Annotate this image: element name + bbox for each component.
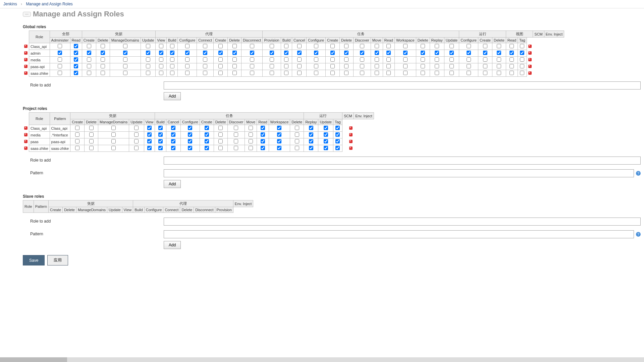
perm-checkbox[interactable] xyxy=(101,71,105,75)
perm-checkbox[interactable] xyxy=(123,44,127,48)
perm-checkbox[interactable] xyxy=(375,44,379,48)
perm-checkbox[interactable] xyxy=(261,132,265,137)
perm-checkbox[interactable] xyxy=(74,51,78,55)
perm-checkbox[interactable] xyxy=(111,132,116,137)
perm-checkbox[interactable] xyxy=(360,51,364,55)
perm-checkbox[interactable] xyxy=(360,71,364,75)
delete-icon[interactable] xyxy=(528,58,532,61)
perm-checkbox[interactable] xyxy=(421,51,425,55)
perm-checkbox[interactable] xyxy=(297,71,302,75)
perm-checkbox[interactable] xyxy=(87,51,91,55)
perm-checkbox[interactable] xyxy=(134,132,139,137)
perm-checkbox[interactable] xyxy=(520,57,524,62)
perm-checkbox[interactable] xyxy=(295,139,299,143)
perm-checkbox[interactable] xyxy=(101,51,105,55)
perm-checkbox[interactable] xyxy=(87,57,91,62)
perm-checkbox[interactable] xyxy=(101,57,105,62)
perm-checkbox[interactable] xyxy=(314,64,318,68)
perm-checkbox[interactable] xyxy=(89,132,94,137)
perm-checkbox[interactable] xyxy=(159,57,163,62)
perm-checkbox[interactable] xyxy=(330,71,335,75)
perm-checkbox[interactable] xyxy=(403,64,408,68)
perm-checkbox[interactable] xyxy=(375,71,379,75)
breadcrumb-page[interactable]: Manage and Assign Roles xyxy=(26,2,72,6)
perm-checkbox[interactable] xyxy=(344,51,348,55)
perm-checkbox[interactable] xyxy=(170,71,174,75)
perm-checkbox[interactable] xyxy=(449,44,454,48)
perm-checkbox[interactable] xyxy=(134,146,139,150)
perm-checkbox[interactable] xyxy=(314,57,318,62)
delete-icon[interactable] xyxy=(528,51,532,55)
perm-checkbox[interactable] xyxy=(509,57,514,62)
delete-icon[interactable] xyxy=(24,58,28,61)
perm-checkbox[interactable] xyxy=(509,71,514,75)
perm-checkbox[interactable] xyxy=(218,132,223,137)
perm-checkbox[interactable] xyxy=(309,139,313,143)
delete-icon[interactable] xyxy=(24,140,28,143)
perm-checkbox[interactable] xyxy=(483,44,487,48)
perm-checkbox[interactable] xyxy=(58,44,62,48)
perm-checkbox[interactable] xyxy=(203,51,207,55)
perm-checkbox[interactable] xyxy=(335,139,340,143)
delete-icon[interactable] xyxy=(528,65,532,68)
perm-checkbox[interactable] xyxy=(205,132,209,137)
global-add-button[interactable]: Add xyxy=(164,92,181,100)
perm-checkbox[interactable] xyxy=(497,71,501,75)
perm-checkbox[interactable] xyxy=(101,44,105,48)
perm-checkbox[interactable] xyxy=(520,71,524,75)
perm-checkbox[interactable] xyxy=(205,146,209,150)
delete-icon[interactable] xyxy=(24,126,28,130)
perm-checkbox[interactable] xyxy=(421,57,425,62)
perm-checkbox[interactable] xyxy=(324,146,328,150)
perm-checkbox[interactable] xyxy=(234,126,238,130)
perm-checkbox[interactable] xyxy=(360,64,364,68)
perm-checkbox[interactable] xyxy=(297,44,302,48)
perm-checkbox[interactable] xyxy=(75,146,79,150)
perm-checkbox[interactable] xyxy=(170,51,174,55)
perm-checkbox[interactable] xyxy=(188,139,192,143)
perm-checkbox[interactable] xyxy=(205,139,209,143)
perm-checkbox[interactable] xyxy=(250,71,254,75)
perm-checkbox[interactable] xyxy=(497,57,501,62)
perm-checkbox[interactable] xyxy=(483,57,487,62)
perm-checkbox[interactable] xyxy=(58,71,62,75)
perm-checkbox[interactable] xyxy=(324,132,328,137)
perm-checkbox[interactable] xyxy=(261,146,265,150)
perm-checkbox[interactable] xyxy=(295,146,299,150)
perm-checkbox[interactable] xyxy=(309,146,313,150)
perm-checkbox[interactable] xyxy=(509,44,514,48)
perm-checkbox[interactable] xyxy=(270,51,274,55)
perm-checkbox[interactable] xyxy=(309,126,313,130)
perm-checkbox[interactable] xyxy=(232,57,237,62)
perm-checkbox[interactable] xyxy=(123,57,127,62)
perm-checkbox[interactable] xyxy=(185,57,190,62)
perm-checkbox[interactable] xyxy=(497,44,501,48)
perm-checkbox[interactable] xyxy=(375,51,379,55)
apply-button[interactable]: 应用 xyxy=(47,255,68,265)
perm-checkbox[interactable] xyxy=(249,146,253,150)
save-button[interactable]: Save xyxy=(23,255,45,265)
perm-checkbox[interactable] xyxy=(134,126,139,130)
perm-checkbox[interactable] xyxy=(171,139,175,143)
perm-checkbox[interactable] xyxy=(335,126,340,130)
perm-checkbox[interactable] xyxy=(483,64,487,68)
delete-icon[interactable] xyxy=(349,146,353,150)
perm-checkbox[interactable] xyxy=(159,64,163,68)
perm-checkbox[interactable] xyxy=(232,71,237,75)
perm-checkbox[interactable] xyxy=(185,44,190,48)
perm-checkbox[interactable] xyxy=(314,51,318,55)
perm-checkbox[interactable] xyxy=(146,64,150,68)
perm-checkbox[interactable] xyxy=(123,51,127,55)
perm-checkbox[interactable] xyxy=(421,71,425,75)
perm-checkbox[interactable] xyxy=(509,64,514,68)
perm-checkbox[interactable] xyxy=(250,64,254,68)
delete-icon[interactable] xyxy=(24,146,28,150)
perm-checkbox[interactable] xyxy=(218,146,223,150)
perm-checkbox[interactable] xyxy=(170,64,174,68)
global-role-input[interactable] xyxy=(164,81,641,89)
perm-checkbox[interactable] xyxy=(134,139,139,143)
perm-checkbox[interactable] xyxy=(147,132,152,137)
perm-checkbox[interactable] xyxy=(295,132,299,137)
perm-checkbox[interactable] xyxy=(449,64,454,68)
delete-icon[interactable] xyxy=(24,51,28,55)
